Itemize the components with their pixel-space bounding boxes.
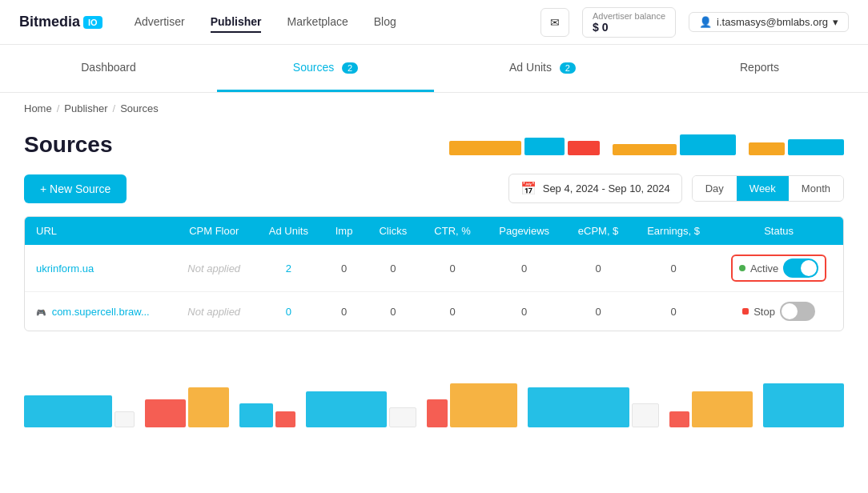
row1-imp: 0 [322, 245, 365, 292]
sub-nav-ad-units[interactable]: Ad Units 2 [434, 45, 651, 92]
main-content: Sources + New Source 📅 Sep 4, 2024 - Sep… [0, 132, 868, 451]
col-clicks: Clicks [366, 217, 420, 245]
col-ecpm: eCPM, $ [564, 217, 633, 245]
period-buttons: Day Week Month [692, 175, 844, 202]
status-highlight-box: Active [731, 255, 826, 282]
col-imp: Imp [322, 217, 365, 245]
period-month-button[interactable]: Month [789, 176, 843, 201]
nav-publisher[interactable]: Publisher [211, 12, 262, 33]
bottom-bar-9 [427, 399, 447, 427]
row2-status-text: Stop [753, 306, 775, 318]
breadcrumb: Home / Publisher / Sources [0, 93, 868, 124]
user-icon: 👤 [699, 16, 712, 28]
breadcrumb-sources: Sources [120, 102, 159, 114]
balance-amount: $ 0 [593, 21, 665, 34]
row1-url-link[interactable]: ukrinform.ua [36, 263, 94, 275]
table-row: 🎮 com.supercell.braw... Not applied 0 0 … [25, 292, 843, 331]
bottom-bar-2 [115, 411, 135, 427]
row1-clicks: 0 [366, 245, 420, 292]
logo: Bitmedia IO [19, 14, 102, 30]
row2-toggle[interactable] [780, 302, 815, 321]
row2-cpm-text: Not applied [187, 306, 240, 318]
bottom-bar-11 [528, 387, 629, 427]
nav-advertiser[interactable]: Advertiser [135, 12, 185, 33]
col-ad-units: Ad Units [255, 217, 322, 245]
period-week-button[interactable]: Week [737, 176, 789, 201]
bottom-bar-8 [389, 407, 416, 427]
row1-ecpm: 0 [564, 245, 633, 292]
col-url: URL [25, 217, 173, 245]
bottom-chart [24, 363, 844, 427]
sub-nav-dashboard[interactable]: Dashboard [0, 45, 217, 92]
col-earnings: Earnings, $ [633, 217, 714, 245]
date-range-text: Sep 4, 2024 - Sep 10, 2024 [543, 182, 670, 194]
logo-badge: IO [83, 16, 102, 29]
row2-pageviews: 0 [484, 292, 564, 331]
mail-icon: ✉ [550, 16, 560, 29]
row2-cpm: Not applied [173, 292, 255, 331]
period-day-button[interactable]: Day [693, 176, 737, 201]
row2-imp: 0 [322, 292, 365, 331]
row2-ad-units: 0 [255, 292, 322, 331]
row2-clicks: 0 [366, 292, 420, 331]
row2-ecpm: 0 [564, 292, 633, 331]
chart-bar-3 [568, 141, 600, 155]
breadcrumb-sep-1: / [57, 102, 60, 114]
row1-status: Active [714, 245, 843, 292]
chart-bar-4 [613, 144, 677, 155]
col-pageviews: Pageviews [484, 217, 564, 245]
ad-units-badge: 2 [560, 62, 576, 74]
row1-toggle-knob [801, 260, 817, 276]
date-controls: 📅 Sep 4, 2024 - Sep 10, 2024 Day Week Mo… [508, 174, 844, 203]
header-right: ✉ Advertiser balance $ 0 👤 i.tasmasys@bm… [540, 7, 849, 38]
sources-header: Sources [24, 132, 844, 158]
breadcrumb-home[interactable]: Home [24, 102, 52, 114]
table-header: URL CPM Floor Ad Units Imp Clicks CTR, %… [25, 217, 843, 245]
active-dot-icon [739, 265, 745, 271]
breadcrumb-sep-2: / [113, 102, 116, 114]
bottom-bar-13 [669, 411, 689, 427]
nav-blog[interactable]: Blog [374, 12, 396, 33]
user-menu[interactable]: 👤 i.tasmasys@bmlabs.org ▾ [689, 12, 849, 32]
row1-cpm-text: Not applied [187, 263, 240, 275]
sub-nav: Dashboard Sources 2 Ad Units 2 Reports [0, 45, 868, 93]
bottom-bar-6 [275, 411, 295, 427]
table-body: ukrinform.ua Not applied 2 0 0 0 0 0 0 [25, 245, 843, 331]
chart-bar-6 [749, 142, 785, 155]
breadcrumb-publisher[interactable]: Publisher [64, 102, 107, 114]
new-source-button[interactable]: + New Source [24, 174, 127, 203]
bottom-bar-12 [632, 403, 659, 427]
col-ctr: CTR, % [420, 217, 484, 245]
row1-cpm: Not applied [173, 245, 255, 292]
row1-url: ukrinform.ua [25, 245, 173, 292]
chart-bar-7 [788, 139, 844, 155]
sub-nav-sources[interactable]: Sources 2 [217, 45, 434, 92]
row2-ad-units-text: 0 [286, 306, 291, 318]
date-picker[interactable]: 📅 Sep 4, 2024 - Sep 10, 2024 [508, 174, 682, 203]
row1-ad-units-link[interactable]: 2 [286, 263, 291, 275]
table-row: ukrinform.ua Not applied 2 0 0 0 0 0 0 [25, 245, 843, 292]
sources-badge: 2 [342, 62, 358, 74]
user-email: i.tasmasys@bmlabs.org [717, 16, 828, 28]
toolbar: + New Source 📅 Sep 4, 2024 - Sep 10, 202… [24, 174, 844, 203]
bottom-bar-4 [188, 387, 229, 427]
bottom-bar-15 [763, 383, 844, 427]
bottom-bar-14 [692, 391, 753, 427]
bottom-bar-5 [239, 403, 273, 427]
col-status: Status [714, 217, 843, 245]
chart-bar-2 [524, 138, 565, 155]
bottom-bar-3 [145, 399, 186, 427]
table: URL CPM Floor Ad Units Imp Clicks CTR, %… [25, 217, 843, 331]
row2-url-link[interactable]: com.supercell.braw... [52, 306, 150, 318]
nav-marketplace[interactable]: Marketplace [287, 12, 348, 33]
row1-ad-units: 2 [255, 245, 322, 292]
stop-square-icon [742, 308, 749, 315]
logo-text: Bitmedia [19, 14, 80, 30]
row2-url-icon: 🎮 [36, 308, 46, 317]
page-title: Sources [24, 132, 113, 158]
mail-button[interactable]: ✉ [540, 8, 569, 37]
sub-nav-reports[interactable]: Reports [651, 45, 868, 92]
row1-ctr: 0 [420, 245, 484, 292]
row1-toggle[interactable] [783, 259, 818, 278]
main-nav: Advertiser Publisher Marketplace Blog [135, 12, 540, 33]
